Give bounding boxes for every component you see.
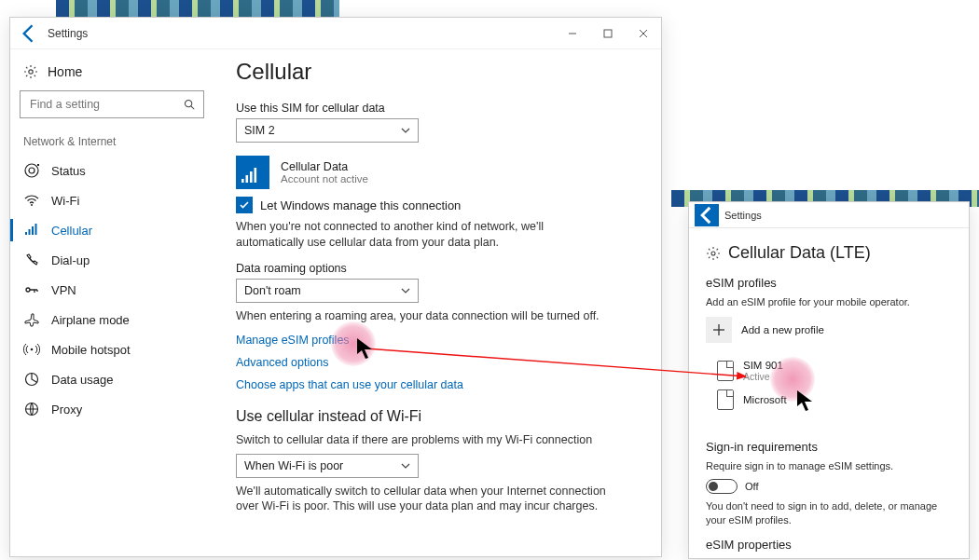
wifi-icon bbox=[23, 192, 40, 209]
gear-icon bbox=[23, 64, 38, 79]
sidebar-item-cellular[interactable]: Cellular bbox=[20, 215, 204, 245]
page-heading: Cellular bbox=[236, 59, 635, 85]
close-button[interactable] bbox=[626, 19, 661, 48]
svg-rect-13 bbox=[29, 229, 31, 235]
cellular-tile-text: Cellular Data Account not active bbox=[281, 160, 368, 184]
add-profile-label: Add a new profile bbox=[741, 324, 824, 335]
minimize-button[interactable] bbox=[555, 19, 590, 48]
sidebar-item-dialup[interactable]: Dial-up bbox=[20, 245, 204, 275]
cellular-icon bbox=[23, 222, 40, 239]
tile-title: Cellular Data bbox=[281, 160, 368, 173]
profile-status: Active bbox=[743, 371, 783, 382]
sidebar-home[interactable]: Home bbox=[20, 59, 204, 90]
roaming-select[interactable]: Don't roam bbox=[236, 279, 419, 303]
profiles-heading: eSIM profiles bbox=[706, 276, 952, 290]
sidebar-item-label: Mobile hotspot bbox=[51, 343, 131, 357]
roaming-label: Data roaming options bbox=[236, 262, 635, 275]
fallback-select[interactable]: When Wi-Fi is poor bbox=[236, 454, 419, 478]
sim-select-label: Use this SIM for cellular data bbox=[236, 102, 635, 115]
svg-point-17 bbox=[31, 348, 34, 351]
plus-icon bbox=[706, 317, 732, 343]
svg-rect-12 bbox=[25, 232, 27, 235]
sidebar-item-status[interactable]: Status bbox=[20, 156, 204, 185]
sidebar-item-label: Cellular bbox=[51, 224, 92, 238]
sidebar-item-label: Status bbox=[51, 164, 86, 178]
roaming-value: Don't roam bbox=[244, 284, 301, 297]
sidebar: Home Network & Internet Status Wi-Fi bbox=[10, 49, 214, 556]
tile-subtitle: Account not active bbox=[281, 173, 368, 184]
checkbox-checked-icon[interactable] bbox=[236, 197, 253, 213]
signin-toggle[interactable]: Off bbox=[706, 479, 952, 494]
toggle-off-icon[interactable] bbox=[706, 479, 738, 494]
esim-profile-row[interactable]: Microsoft bbox=[706, 386, 952, 414]
content-pane: Cellular Data (LTE) eSIM profiles Add an… bbox=[689, 228, 969, 558]
svg-rect-14 bbox=[32, 226, 34, 235]
fallback-label: Switch to cellular data if there are pro… bbox=[236, 432, 609, 448]
manage-connection-desc: When you're not connected to another kin… bbox=[236, 219, 609, 251]
sidebar-item-label: Airplane mode bbox=[51, 313, 130, 327]
svg-point-5 bbox=[185, 100, 191, 106]
cellular-data-tile-row[interactable]: Cellular Data Account not active bbox=[236, 156, 635, 189]
back-button[interactable] bbox=[16, 20, 42, 47]
profile-name: Microsoft bbox=[743, 394, 787, 405]
search-input[interactable] bbox=[20, 90, 204, 118]
fallback-desc: We'll automatically switch to cellular d… bbox=[236, 484, 609, 515]
sidebar-item-hotspot[interactable]: Mobile hotspot bbox=[20, 335, 204, 364]
svg-point-8 bbox=[29, 168, 34, 173]
svg-rect-20 bbox=[241, 179, 244, 183]
manage-connection-row[interactable]: Let Windows manage this connection bbox=[236, 197, 635, 213]
svg-rect-1 bbox=[604, 30, 612, 37]
desktop-bg-strip-left bbox=[56, 0, 339, 17]
sidebar-item-vpn[interactable]: VPN bbox=[20, 275, 204, 305]
sidebar-item-label: Wi-Fi bbox=[51, 194, 79, 208]
maximize-button[interactable] bbox=[590, 19, 626, 48]
sim-select[interactable]: SIM 2 bbox=[236, 118, 419, 143]
fallback-heading: Use cellular instead of Wi-Fi bbox=[236, 408, 635, 425]
svg-point-4 bbox=[29, 70, 33, 74]
profile-name: SIM 901 bbox=[743, 360, 783, 371]
add-profile-button[interactable]: Add a new profile bbox=[706, 317, 952, 343]
toggle-label: Off bbox=[745, 481, 758, 492]
sidebar-item-airplane[interactable]: Airplane mode bbox=[20, 305, 204, 335]
settings-window-main: Settings Home Network & Internet Status bbox=[9, 17, 662, 557]
link-choose-apps[interactable]: Choose apps that can use your cellular d… bbox=[236, 378, 635, 391]
signin-desc: Require sign in to manage eSIM settings. bbox=[706, 459, 948, 473]
chevron-down-icon bbox=[401, 126, 410, 135]
page-heading: Cellular Data (LTE) bbox=[706, 243, 952, 263]
content-pane: Cellular Use this SIM for cellular data … bbox=[214, 49, 661, 556]
titlebar: Settings bbox=[689, 202, 969, 228]
roaming-desc: When entering a roaming area, your data … bbox=[236, 308, 609, 324]
airplane-icon bbox=[23, 311, 40, 328]
sidebar-item-datausage[interactable]: Data usage bbox=[20, 364, 204, 394]
search-icon bbox=[183, 98, 196, 111]
sidebar-item-label: Data usage bbox=[51, 373, 114, 387]
status-icon bbox=[23, 162, 40, 179]
settings-window-esim: Settings Cellular Data (LTE) eSIM profil… bbox=[688, 201, 970, 559]
manage-connection-label: Let Windows manage this connection bbox=[260, 198, 461, 212]
svg-point-7 bbox=[25, 164, 38, 177]
sidebar-item-wifi[interactable]: Wi-Fi bbox=[20, 185, 204, 215]
signin-note: You don't need to sign in to add, delete… bbox=[706, 499, 948, 527]
sidebar-nav: Status Wi-Fi Cellular Dial-up VPN bbox=[20, 156, 204, 424]
svg-point-11 bbox=[31, 204, 33, 206]
link-manage-esim[interactable]: Manage eSIM profiles bbox=[236, 334, 635, 347]
window-title: Settings bbox=[48, 27, 88, 40]
props-heading: eSIM properties bbox=[706, 538, 952, 552]
svg-rect-23 bbox=[255, 168, 257, 183]
vpn-icon bbox=[23, 281, 40, 298]
svg-rect-15 bbox=[35, 224, 37, 235]
proxy-icon bbox=[23, 401, 40, 417]
titlebar: Settings bbox=[10, 18, 661, 49]
link-advanced-options[interactable]: Advanced options bbox=[236, 356, 635, 369]
chevron-down-icon bbox=[401, 286, 410, 295]
svg-line-6 bbox=[191, 106, 194, 109]
back-button[interactable] bbox=[695, 204, 719, 226]
fallback-value: When Wi-Fi is poor bbox=[244, 459, 343, 472]
esim-profile-row[interactable]: SIM 901 Active bbox=[706, 356, 952, 386]
dialup-icon bbox=[23, 252, 40, 268]
search-field[interactable] bbox=[28, 97, 183, 112]
svg-rect-21 bbox=[246, 175, 249, 183]
sidebar-item-proxy[interactable]: Proxy bbox=[20, 394, 204, 424]
sidebar-item-label: VPN bbox=[51, 283, 76, 297]
sim-card-icon bbox=[717, 389, 734, 410]
